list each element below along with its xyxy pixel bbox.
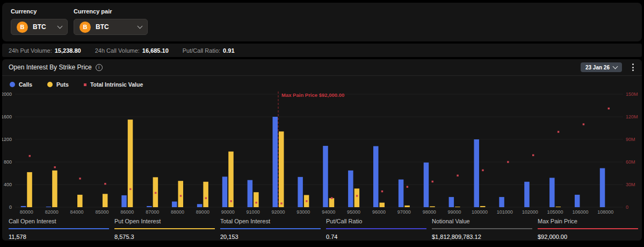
stat-value: 0.74	[326, 234, 426, 240]
currency-dropdown-value: BTC	[33, 23, 46, 31]
put-volume-value: 15,238.80	[55, 47, 81, 54]
puts-swatch-icon	[47, 82, 53, 87]
svg-text:82000: 82000	[45, 209, 59, 215]
stat-label: Put Open Interest	[114, 218, 215, 224]
svg-text:96000: 96000	[372, 209, 386, 215]
stat-label: Max Pain Price	[538, 218, 638, 224]
svg-text:98000: 98000	[423, 209, 436, 215]
legend-item-calls[interactable]: Calls	[10, 81, 32, 88]
svg-text:2000: 2000	[2, 91, 12, 97]
put-call-ratio-stat: Put/Call Ratio: 0.91	[183, 47, 235, 54]
svg-text:1600: 1600	[2, 114, 12, 119]
stat-accent-rule	[538, 228, 638, 229]
intrinsic-value-swatch-icon	[84, 83, 86, 86]
chevron-down-icon	[613, 64, 618, 69]
legend-item-intrinsic-value[interactable]: Total Intrinsic Value	[84, 81, 143, 88]
chevron-down-icon	[57, 23, 63, 29]
svg-text:92000: 92000	[271, 209, 285, 215]
svg-text:150M: 150M	[626, 91, 638, 97]
chevron-down-icon	[138, 23, 143, 29]
call-volume-stat: 24h Call Volume: 16,685.10	[95, 47, 169, 54]
stat-accent-rule	[432, 228, 532, 229]
currency-pair-dropdown[interactable]: B BTC	[74, 19, 148, 35]
svg-text:30M: 30M	[626, 182, 635, 187]
svg-text:120M: 120M	[626, 114, 638, 119]
stat-put-call-ratio: Put/Call Ratio 0.74	[326, 218, 426, 240]
legend-item-puts[interactable]: Puts	[47, 81, 69, 88]
stat-accent-rule	[114, 228, 215, 229]
currency-selector-panel: Currency B BTC Currency pair B BTC	[2, 3, 642, 41]
stat-total-open-interest: Total Open Interest 20,153	[220, 218, 321, 240]
put-volume-label: 24h Put Volume:	[9, 47, 52, 54]
btc-coin-icon: B	[17, 22, 28, 33]
svg-text:106000: 106000	[572, 209, 588, 215]
kebab-menu-icon[interactable]	[629, 62, 636, 73]
svg-text:86000: 86000	[120, 209, 134, 215]
svg-text:90000: 90000	[221, 209, 235, 215]
stat-max-pain-price: Max Pain Price $92,000.00	[538, 218, 638, 240]
put-call-ratio-label: Put/Call Ratio:	[183, 47, 220, 54]
stat-value: 11,578	[9, 234, 109, 240]
currency-pair-select-group: Currency pair B BTC	[74, 8, 148, 35]
summary-stats-row: Call Open Interest 11,578 Put Open Inter…	[9, 218, 639, 240]
svg-text:89000: 89000	[196, 209, 209, 215]
calls-swatch-icon	[10, 82, 15, 87]
currency-label: Currency	[11, 8, 68, 15]
stat-accent-rule	[326, 228, 426, 229]
svg-text:88000: 88000	[171, 209, 184, 215]
expiry-date-dropdown[interactable]: 23 Jan 26	[581, 62, 622, 72]
stat-value: $92,000.00	[538, 234, 638, 240]
stat-label: Call Open Interest	[9, 218, 109, 224]
svg-text:800: 800	[4, 159, 12, 165]
svg-text:0: 0	[9, 204, 12, 210]
info-circle-icon[interactable]: i	[96, 64, 103, 71]
call-volume-value: 16,685.10	[142, 47, 169, 54]
svg-text:108000: 108000	[597, 209, 613, 215]
svg-text:90M: 90M	[626, 137, 635, 142]
svg-text:84000: 84000	[70, 209, 84, 215]
chart-legend: Calls Puts Total Intrinsic Value	[2, 76, 642, 88]
svg-text:101000: 101000	[497, 209, 513, 215]
chart-header: Open Interest By Strike Price i 23 Jan 2…	[2, 59, 642, 75]
stat-accent-rule	[9, 228, 109, 229]
svg-text:87000: 87000	[146, 209, 159, 215]
put-volume-stat: 24h Put Volume: 15,238.80	[9, 47, 81, 54]
btc-coin-icon: B	[79, 22, 91, 33]
svg-text:85000: 85000	[95, 209, 108, 215]
svg-text:94000: 94000	[322, 209, 335, 215]
stat-put-open-interest: Put Open Interest 8,575.3	[114, 218, 215, 240]
stat-notional-value: Notional Value $1,812,809,783.12	[432, 218, 532, 240]
chart-title: Open Interest By Strike Price	[9, 63, 92, 71]
svg-text:100000: 100000	[472, 209, 488, 215]
stat-accent-rule	[220, 228, 321, 229]
stat-label: Total Open Interest	[220, 218, 321, 224]
legend-intrinsic-label: Total Intrinsic Value	[90, 81, 143, 88]
volume-stats-bar: 24h Put Volume: 15,238.80 24h Call Volum…	[2, 44, 642, 57]
svg-text:95000: 95000	[347, 209, 360, 215]
svg-text:99000: 99000	[448, 209, 461, 215]
svg-text:102000: 102000	[522, 209, 538, 215]
currency-pair-dropdown-value: BTC	[96, 23, 109, 31]
stat-call-open-interest: Call Open Interest 11,578	[9, 218, 109, 240]
svg-text:105000: 105000	[547, 209, 563, 215]
expiry-date-value: 23 Jan 26	[585, 65, 610, 70]
stat-value: 8,575.3	[114, 234, 215, 240]
svg-text:400: 400	[4, 182, 12, 187]
legend-puts-label: Puts	[56, 81, 69, 88]
open-interest-chart-panel: Open Interest By Strike Price i 23 Jan 2…	[2, 59, 642, 241]
svg-text:93000: 93000	[296, 209, 310, 215]
svg-text:0: 0	[626, 204, 628, 210]
svg-text:97000: 97000	[397, 209, 411, 215]
open-interest-bar-chart: 0040030M80060M120090M1600120M2000150M800…	[2, 89, 642, 216]
currency-dropdown[interactable]: B BTC	[11, 19, 68, 35]
svg-text:1200: 1200	[2, 137, 12, 142]
stat-value: $1,812,809,783.12	[432, 234, 532, 240]
svg-text:80000: 80000	[20, 209, 33, 215]
currency-select-group: Currency B BTC	[11, 8, 68, 35]
call-volume-label: 24h Call Volume:	[95, 47, 140, 54]
stat-label: Put/Call Ratio	[326, 218, 426, 224]
svg-text:Max Pain Price $92,000.00: Max Pain Price $92,000.00	[281, 92, 344, 98]
svg-text:60M: 60M	[626, 159, 635, 165]
stat-value: 20,153	[220, 234, 321, 240]
svg-text:91000: 91000	[247, 209, 260, 215]
